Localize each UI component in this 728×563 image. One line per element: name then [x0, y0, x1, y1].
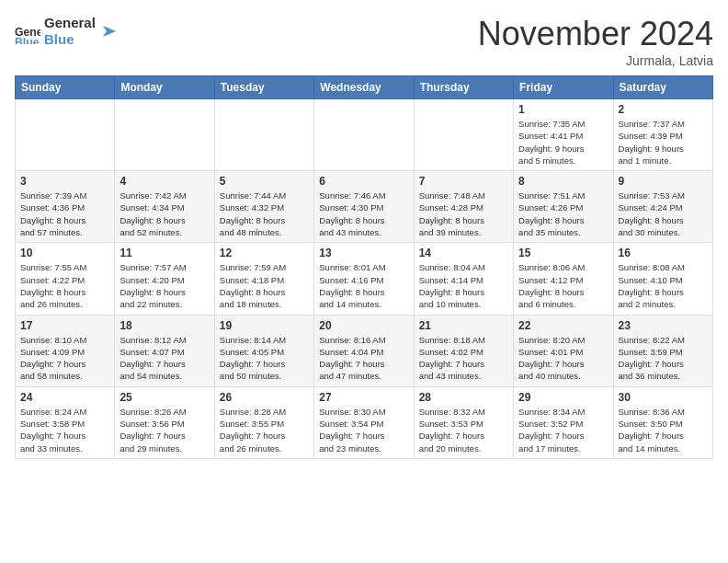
day-number: 29 — [518, 391, 608, 404]
location: Jurmala, Latvia — [478, 53, 713, 68]
day-cell: 17Sunrise: 8:10 AM Sunset: 4:09 PM Dayli… — [16, 315, 115, 386]
calendar-table: SundayMondayTuesdayWednesdayThursdayFrid… — [15, 75, 713, 459]
day-number: 8 — [518, 175, 608, 188]
day-number: 25 — [119, 391, 209, 404]
day-info: Sunrise: 8:01 AM Sunset: 4:16 PM Dayligh… — [319, 261, 408, 310]
day-info: Sunrise: 7:48 AM Sunset: 4:28 PM Dayligh… — [419, 190, 508, 238]
day-cell: 13Sunrise: 8:01 AM Sunset: 4:16 PM Dayli… — [314, 243, 414, 315]
day-header-saturday: Saturday — [613, 76, 712, 99]
day-info: Sunrise: 8:22 AM Sunset: 3:59 PM Dayligh… — [619, 334, 708, 383]
day-info: Sunrise: 7:37 AM Sunset: 4:39 PM Dayligh… — [619, 118, 708, 167]
day-cell: 4Sunrise: 7:42 AM Sunset: 4:34 PM Daylig… — [115, 171, 214, 243]
day-info: Sunrise: 8:08 AM Sunset: 4:10 PM Dayligh… — [619, 261, 708, 310]
day-info: Sunrise: 8:04 AM Sunset: 4:14 PM Dayligh… — [419, 261, 508, 310]
day-cell — [214, 99, 313, 171]
day-cell: 14Sunrise: 8:04 AM Sunset: 4:14 PM Dayli… — [414, 243, 513, 315]
day-number: 6 — [319, 175, 408, 188]
day-number: 10 — [20, 247, 109, 259]
day-header-sunday: Sunday — [16, 76, 115, 99]
page-header: General Blue General Blue November 2024 … — [15, 15, 713, 68]
day-info: Sunrise: 7:44 AM Sunset: 4:32 PM Dayligh… — [220, 190, 309, 238]
title-section: November 2024 Jurmala, Latvia — [478, 15, 713, 68]
day-cell: 20Sunrise: 8:16 AM Sunset: 4:04 PM Dayli… — [314, 315, 414, 386]
svg-text:Blue: Blue — [15, 36, 40, 44]
day-cell: 1Sunrise: 7:35 AM Sunset: 4:41 PM Daylig… — [514, 99, 613, 171]
day-number: 26 — [220, 391, 309, 404]
logo-general-text: General — [44, 15, 96, 31]
day-number: 5 — [220, 175, 309, 188]
day-info: Sunrise: 7:55 AM Sunset: 4:22 PM Dayligh… — [20, 261, 109, 310]
day-number: 20 — [319, 319, 408, 332]
day-info: Sunrise: 8:14 AM Sunset: 4:05 PM Dayligh… — [220, 334, 309, 383]
day-header-wednesday: Wednesday — [314, 76, 414, 99]
day-number: 9 — [619, 175, 708, 188]
day-info: Sunrise: 8:18 AM Sunset: 4:02 PM Dayligh… — [419, 334, 508, 383]
day-number: 13 — [319, 247, 408, 259]
day-number: 16 — [619, 247, 708, 259]
svg-marker-3 — [103, 26, 116, 37]
day-cell: 2Sunrise: 7:37 AM Sunset: 4:39 PM Daylig… — [613, 99, 712, 171]
day-cell: 10Sunrise: 7:55 AM Sunset: 4:22 PM Dayli… — [16, 243, 115, 315]
day-number: 1 — [518, 103, 608, 116]
day-number: 7 — [419, 175, 508, 188]
day-number: 11 — [119, 247, 209, 259]
week-row-5: 24Sunrise: 8:24 AM Sunset: 3:58 PM Dayli… — [16, 386, 713, 458]
day-cell — [16, 99, 115, 171]
day-number: 14 — [419, 247, 508, 259]
week-row-1: 1Sunrise: 7:35 AM Sunset: 4:41 PM Daylig… — [16, 99, 713, 171]
day-info: Sunrise: 8:16 AM Sunset: 4:04 PM Dayligh… — [319, 334, 408, 383]
logo: General Blue General Blue — [15, 15, 118, 48]
week-row-3: 10Sunrise: 7:55 AM Sunset: 4:22 PM Dayli… — [16, 243, 713, 315]
day-info: Sunrise: 8:26 AM Sunset: 3:56 PM Dayligh… — [119, 406, 209, 454]
day-number: 12 — [220, 247, 309, 259]
day-cell: 28Sunrise: 8:32 AM Sunset: 3:53 PM Dayli… — [414, 386, 513, 458]
day-cell — [115, 99, 214, 171]
day-info: Sunrise: 7:35 AM Sunset: 4:41 PM Dayligh… — [518, 118, 608, 167]
day-number: 24 — [20, 391, 109, 404]
day-cell — [314, 99, 414, 171]
day-cell: 8Sunrise: 7:51 AM Sunset: 4:26 PM Daylig… — [514, 171, 613, 243]
day-info: Sunrise: 8:28 AM Sunset: 3:55 PM Dayligh… — [220, 406, 309, 454]
day-number: 19 — [220, 319, 309, 332]
day-cell: 18Sunrise: 8:12 AM Sunset: 4:07 PM Dayli… — [115, 315, 214, 386]
day-cell: 16Sunrise: 8:08 AM Sunset: 4:10 PM Dayli… — [613, 243, 712, 315]
day-cell: 24Sunrise: 8:24 AM Sunset: 3:58 PM Dayli… — [16, 386, 115, 458]
week-row-4: 17Sunrise: 8:10 AM Sunset: 4:09 PM Dayli… — [16, 315, 713, 386]
day-header-tuesday: Tuesday — [214, 76, 313, 99]
day-number: 4 — [119, 175, 209, 188]
day-info: Sunrise: 7:39 AM Sunset: 4:36 PM Dayligh… — [20, 190, 109, 238]
day-header-thursday: Thursday — [414, 76, 513, 99]
day-cell: 9Sunrise: 7:53 AM Sunset: 4:24 PM Daylig… — [613, 171, 712, 243]
day-info: Sunrise: 7:46 AM Sunset: 4:30 PM Dayligh… — [319, 190, 408, 238]
day-number: 18 — [119, 319, 209, 332]
day-cell: 12Sunrise: 7:59 AM Sunset: 4:18 PM Dayli… — [214, 243, 313, 315]
day-cell — [414, 99, 513, 171]
logo-arrow-icon — [99, 22, 118, 40]
day-cell: 21Sunrise: 8:18 AM Sunset: 4:02 PM Dayli… — [414, 315, 513, 386]
calendar-header-row: SundayMondayTuesdayWednesdayThursdayFrid… — [16, 76, 713, 99]
day-cell: 15Sunrise: 8:06 AM Sunset: 4:12 PM Dayli… — [514, 243, 613, 315]
day-cell: 22Sunrise: 8:20 AM Sunset: 4:01 PM Dayli… — [514, 315, 613, 386]
day-info: Sunrise: 7:42 AM Sunset: 4:34 PM Dayligh… — [119, 190, 209, 238]
day-cell: 27Sunrise: 8:30 AM Sunset: 3:54 PM Dayli… — [314, 386, 414, 458]
day-cell: 11Sunrise: 7:57 AM Sunset: 4:20 PM Dayli… — [115, 243, 214, 315]
day-cell: 6Sunrise: 7:46 AM Sunset: 4:30 PM Daylig… — [314, 171, 414, 243]
day-number: 17 — [20, 319, 109, 332]
day-info: Sunrise: 8:32 AM Sunset: 3:53 PM Dayligh… — [419, 406, 508, 454]
day-number: 30 — [619, 391, 708, 404]
day-number: 27 — [319, 391, 408, 404]
day-number: 28 — [419, 391, 508, 404]
day-info: Sunrise: 8:34 AM Sunset: 3:52 PM Dayligh… — [518, 406, 608, 454]
day-number: 23 — [619, 319, 708, 332]
day-cell: 5Sunrise: 7:44 AM Sunset: 4:32 PM Daylig… — [214, 171, 313, 243]
day-number: 22 — [518, 319, 608, 332]
day-info: Sunrise: 7:51 AM Sunset: 4:26 PM Dayligh… — [518, 190, 608, 238]
day-cell: 30Sunrise: 8:36 AM Sunset: 3:50 PM Dayli… — [613, 386, 712, 458]
day-info: Sunrise: 8:10 AM Sunset: 4:09 PM Dayligh… — [20, 334, 109, 383]
week-row-2: 3Sunrise: 7:39 AM Sunset: 4:36 PM Daylig… — [16, 171, 713, 243]
logo-icon: General Blue — [15, 18, 40, 44]
day-info: Sunrise: 8:06 AM Sunset: 4:12 PM Dayligh… — [518, 261, 608, 310]
day-number: 21 — [419, 319, 508, 332]
day-number: 2 — [619, 103, 708, 116]
day-cell: 29Sunrise: 8:34 AM Sunset: 3:52 PM Dayli… — [514, 386, 613, 458]
